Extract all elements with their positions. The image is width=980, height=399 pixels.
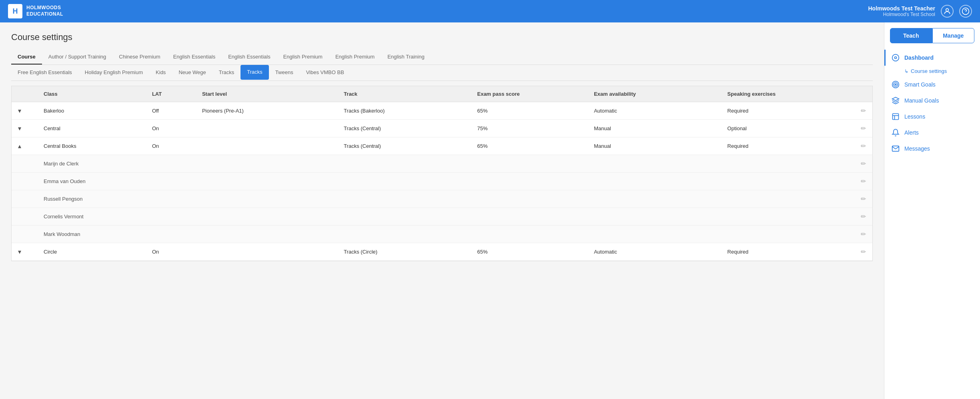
logo: H HOLMWOODS EDUCATIONAL <box>8 4 63 18</box>
manual-goals-label: Manual Goals <box>904 97 939 104</box>
edit-icon[interactable]: ✏ <box>861 143 866 149</box>
expand-cell[interactable]: ▴ <box>12 137 37 155</box>
sidebar-item-alerts[interactable]: Alerts <box>884 125 980 141</box>
tab-free-english[interactable]: Free English Essentials <box>11 65 78 80</box>
edit-cell[interactable]: ✏ <box>854 137 872 155</box>
student-edit-cell[interactable]: ✏ <box>854 173 872 190</box>
track-cell: Tracks (Circle) <box>337 243 471 261</box>
teach-button[interactable]: Teach <box>890 28 932 43</box>
expand-button[interactable]: ▾ <box>18 248 21 256</box>
class-name-cell: Bakerloo <box>37 102 146 120</box>
sidebar-navigation: Dashboard ↳ Course settings Smart Goals <box>884 43 980 163</box>
edit-icon[interactable]: ✏ <box>861 248 866 255</box>
tab-english-premium-2[interactable]: English Premium <box>329 50 381 64</box>
th-start-level: Start level <box>196 86 337 102</box>
page-title: Course settings <box>11 32 873 42</box>
expand-cell[interactable]: ▾ <box>12 102 37 120</box>
edit-icon[interactable]: ✏ <box>861 160 866 167</box>
username: Holmwoods Test Teacher <box>868 5 935 12</box>
tab-kids[interactable]: Kids <box>149 65 172 80</box>
logo-icon: H <box>8 4 22 18</box>
tab-vibes-vmbo[interactable]: Vibes VMBO BB <box>300 65 351 80</box>
class-name-cell: Circle <box>37 243 146 261</box>
help-icon[interactable] <box>959 5 972 18</box>
tab-english-premium-1[interactable]: English Premium <box>277 50 329 64</box>
expand-cell[interactable]: ▾ <box>12 120 37 137</box>
sidebar-item-messages[interactable]: Messages <box>884 141 980 157</box>
exam-score-cell: 65% <box>471 243 587 261</box>
edit-icon[interactable]: ✏ <box>861 107 866 114</box>
student-edit-cell[interactable]: ✏ <box>854 190 872 208</box>
exam-score-cell: 75% <box>471 120 587 137</box>
th-expand <box>12 86 37 102</box>
edit-icon[interactable]: ✏ <box>861 125 866 132</box>
th-exam-pass: Exam pass score <box>471 86 587 102</box>
student-row: Russell Pengson ✏ <box>12 190 872 208</box>
header-right: Holmwoods Test Teacher Holmwood's Test S… <box>868 5 972 18</box>
tab-holiday-english[interactable]: Holiday English Premium <box>78 65 149 80</box>
speaking-cell: Required <box>721 243 854 261</box>
lessons-label: Lessons <box>904 113 925 120</box>
edit-cell[interactable]: ✏ <box>854 120 872 137</box>
student-edit-cell[interactable]: ✏ <box>854 208 872 226</box>
edit-icon[interactable]: ✏ <box>861 178 866 185</box>
edit-icon[interactable]: ✏ <box>861 231 866 238</box>
sidebar-item-lessons[interactable]: Lessons <box>884 109 980 125</box>
course-tabs-row2: Free English Essentials Holiday English … <box>11 65 873 81</box>
student-name: Emma van Ouden <box>37 173 854 190</box>
edit-cell[interactable]: ✏ <box>854 243 872 261</box>
table-header-row: Class LAT Start level Track Exam pass sc… <box>12 86 872 102</box>
tab-english-training[interactable]: English Training <box>381 50 431 64</box>
class-name-cell: Central <box>37 120 146 137</box>
user-avatar-icon[interactable] <box>941 5 954 18</box>
svg-point-0 <box>946 8 949 11</box>
tab-course[interactable]: Course <box>11 50 42 64</box>
dashboard-icon <box>892 54 900 62</box>
edit-cell[interactable]: ✏ <box>854 102 872 120</box>
tab-tracks-2[interactable]: Tracks <box>240 65 269 80</box>
lessons-icon <box>892 113 900 121</box>
edit-icon[interactable]: ✏ <box>861 213 866 220</box>
manage-button[interactable]: Manage <box>932 28 975 43</box>
tab-chinese-premium[interactable]: Chinese Premium <box>112 50 166 64</box>
start-level-cell <box>196 137 337 155</box>
course-tabs-row1: Course Author / Support Training Chinese… <box>11 50 873 65</box>
alerts-label: Alerts <box>904 129 919 136</box>
manual-goals-icon <box>892 97 900 105</box>
th-lat: LAT <box>146 86 196 102</box>
student-edit-cell[interactable]: ✏ <box>854 226 872 243</box>
expand-button[interactable]: ▾ <box>18 107 21 115</box>
lat-cell: Off <box>146 102 196 120</box>
sidebar-item-smart-goals[interactable]: Smart Goals <box>884 77 980 93</box>
expand-button[interactable]: ▾ <box>18 125 21 132</box>
sidebar-item-dashboard[interactable]: Dashboard <box>884 50 980 66</box>
tab-english-essentials-1[interactable]: English Essentials <box>167 50 222 64</box>
track-cell: Tracks (Central) <box>337 137 471 155</box>
student-name: Cornelis Vermont <box>37 208 854 226</box>
student-expand <box>12 226 37 243</box>
tab-neue-wege[interactable]: Neue Wege <box>172 65 212 80</box>
expand-cell[interactable]: ▾ <box>12 243 37 261</box>
tab-english-essentials-2[interactable]: English Essentials <box>222 50 277 64</box>
expand-button-expanded[interactable]: ▴ <box>18 142 21 150</box>
edit-icon[interactable]: ✏ <box>861 195 866 202</box>
sidebar-sub-course-settings[interactable]: ↳ Course settings <box>884 66 980 77</box>
tab-tracks-1[interactable]: Tracks <box>212 65 241 80</box>
th-speaking: Speaking exercises <box>721 86 854 102</box>
speaking-cell: Required <box>721 137 854 155</box>
student-edit-cell[interactable]: ✏ <box>854 155 872 173</box>
student-row: Cornelis Vermont ✏ <box>12 208 872 226</box>
student-row: Marijn de Clerk ✏ <box>12 155 872 173</box>
smart-goals-label: Smart Goals <box>904 81 936 88</box>
tab-tweens[interactable]: Tweens <box>269 65 300 80</box>
logo-text: HOLMWOODS EDUCATIONAL <box>26 5 63 17</box>
user-info: Holmwoods Test Teacher Holmwood's Test S… <box>868 5 935 17</box>
lat-cell: On <box>146 137 196 155</box>
tab-author-support[interactable]: Author / Support Training <box>42 50 113 64</box>
sidebar-item-manual-goals[interactable]: Manual Goals <box>884 93 980 109</box>
messages-icon <box>892 145 900 153</box>
exam-score-cell: 65% <box>471 137 587 155</box>
table-row: ▾ Bakerloo Off Pioneers (Pre-A1) Tracks … <box>12 102 872 120</box>
course-table: Class LAT Start level Track Exam pass sc… <box>11 86 873 261</box>
main-content: Course settings Course Author / Support … <box>0 22 884 399</box>
